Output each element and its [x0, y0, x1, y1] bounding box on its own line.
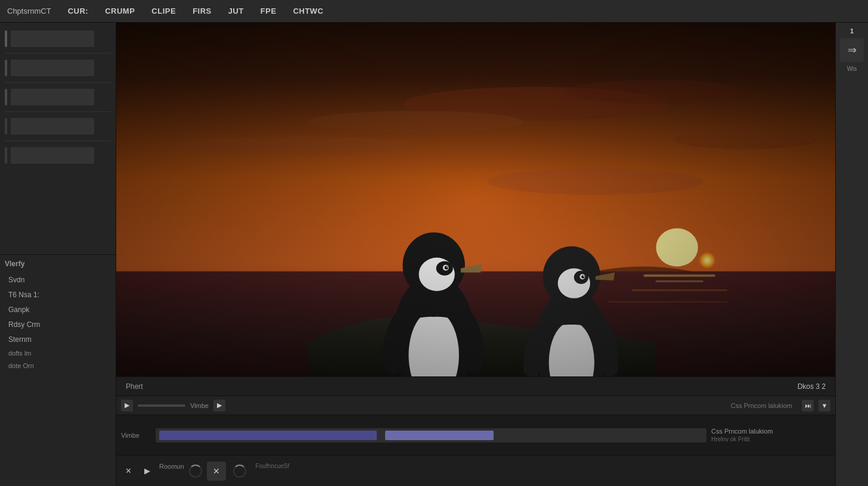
sidebar-menu-list: Svdn T6 Nsa 1: Ganpk Rdsy Crm Sternm dof…	[5, 273, 111, 372]
sidebar: Vlerfy Svdn T6 Nsa 1: Ganpk Rdsy Crm Ste…	[0, 23, 116, 486]
track-color-3	[5, 89, 7, 105]
timeline-progress-slider[interactable]	[138, 404, 185, 407]
sidebar-item-rdsycrm[interactable]: Rdsy Crm	[5, 317, 111, 332]
right-panel: 1 ⇒ Wis	[835, 23, 868, 486]
track-thumb-3	[11, 89, 94, 105]
menu-item-fpe[interactable]: FPE	[261, 7, 277, 15]
timeline-track-bar[interactable]	[156, 428, 706, 443]
spinner-2	[233, 465, 246, 478]
menu-item-chtwc[interactable]: CHTWC	[293, 7, 324, 15]
bottom-controls: ✕ ▶ Roomun ✕ FoufhncueSf	[116, 455, 835, 486]
sidebar-item-sternm[interactable]: Sternm	[5, 332, 111, 347]
penguin-scene-svg	[116, 23, 835, 376]
timeline-play-button-2[interactable]: ▶	[213, 400, 225, 412]
timeline-info-panel: Css Prncom lalukiom Hrelnv ok Fritit	[711, 428, 830, 443]
stop-button[interactable]: ✕	[207, 462, 226, 481]
timeline-skip-button[interactable]: ⏭	[802, 400, 814, 412]
track-divider-3	[5, 111, 111, 112]
sidebar-track-list	[0, 23, 116, 255]
track-divider-2	[5, 82, 111, 83]
track-item-5[interactable]	[0, 144, 116, 167]
track-thumb-1	[11, 30, 94, 47]
timeline-down-button[interactable]: ▼	[819, 400, 830, 412]
timeline-play-button[interactable]: ▶	[121, 400, 133, 412]
app-title: ChptsrnmCT	[7, 7, 51, 15]
timeline-info-main: Css Prncom lalukiom	[711, 428, 830, 435]
menu-item-clipe[interactable]: CLIPE	[151, 7, 176, 15]
sidebar-panel: Vlerfy Svdn T6 Nsa 1: Ganpk Rdsy Crm Ste…	[0, 255, 116, 486]
svg-rect-34	[116, 23, 835, 376]
menu-item-cur[interactable]: CUR:	[68, 7, 89, 15]
sidebar-item-ganpk[interactable]: Ganpk	[5, 303, 111, 317]
track-thumb-5	[11, 147, 94, 164]
timeline-info-left: Vimbe	[190, 402, 209, 409]
arrow-right-button[interactable]: ⇒	[840, 38, 864, 62]
track-divider-4	[5, 141, 111, 141]
timeline-area: ▶ Vimbe ▶ Css Prncom lalukiom ⏭ ▼ Vimbe …	[116, 395, 835, 455]
transport-right-info: Dkos 3 2	[798, 382, 826, 391]
menu-item-firs[interactable]: FIRS	[193, 7, 212, 15]
track-item-4[interactable]	[0, 115, 116, 138]
track-color-1	[5, 30, 7, 47]
sidebar-item-svdn[interactable]: Svdn	[5, 273, 111, 287]
menubar: ChptsrnmCT CUR: CRUMP CLIPE FIRS JUT FPE…	[0, 0, 868, 23]
track-thumb-2	[11, 60, 94, 76]
right-panel-label: Wis	[847, 66, 857, 72]
badge-number: 1	[850, 27, 854, 35]
timeline-tracks: Vimbe Css Prncom lalukiom Hrelnv ok Frit…	[116, 415, 835, 455]
timeline-segment-2	[385, 431, 494, 440]
track-color-5	[5, 147, 7, 164]
timeline-controls: ▶ Vimbe ▶ Css Prncom lalukiom ⏭ ▼	[116, 396, 835, 415]
close-button[interactable]: ✕	[121, 464, 135, 478]
track-color-4	[5, 118, 7, 135]
menu-item-jut[interactable]: JUT	[228, 7, 244, 15]
timeline-info-right: Css Prncom lalukiom	[731, 402, 792, 409]
track-color-2	[5, 60, 7, 76]
track-item-1[interactable]	[0, 27, 116, 50]
roomun-label: Roomun	[159, 463, 184, 479]
track-item-3[interactable]	[0, 86, 116, 108]
timeline-segment-1	[159, 431, 377, 440]
menu-item-crump[interactable]: CRUMP	[105, 7, 135, 15]
timeline-track-label: Vimbe	[121, 432, 151, 439]
track-thumb-4	[11, 118, 94, 135]
sidebar-item-t6nsa[interactable]: T6 Nsa 1:	[5, 288, 111, 302]
main-layout: Vlerfy Svdn T6 Nsa 1: Ganpk Rdsy Crm Ste…	[0, 23, 868, 486]
transport-left-label: Phert	[126, 382, 143, 391]
play-button[interactable]: ▶	[140, 464, 154, 478]
loading-spinner	[189, 465, 202, 478]
sidebar-row-dofts-left: dofts lm	[8, 350, 32, 357]
sidebar-row-dote[interactable]: dote Orn	[5, 360, 111, 372]
status-label: FoufhncueSf	[256, 463, 290, 479]
video-preview	[116, 23, 835, 376]
sidebar-section-title: Vlerfy	[5, 260, 111, 268]
track-item-2[interactable]	[0, 57, 116, 79]
timeline-info-sub: Hrelnv ok Fritit	[711, 436, 830, 443]
track-divider-1	[5, 53, 111, 54]
transport-bar: Phert Dkos 3 2	[116, 376, 835, 395]
sidebar-row-dote-left: dote Orn	[8, 362, 34, 369]
sidebar-row-dofts[interactable]: dofts lm	[5, 347, 111, 359]
